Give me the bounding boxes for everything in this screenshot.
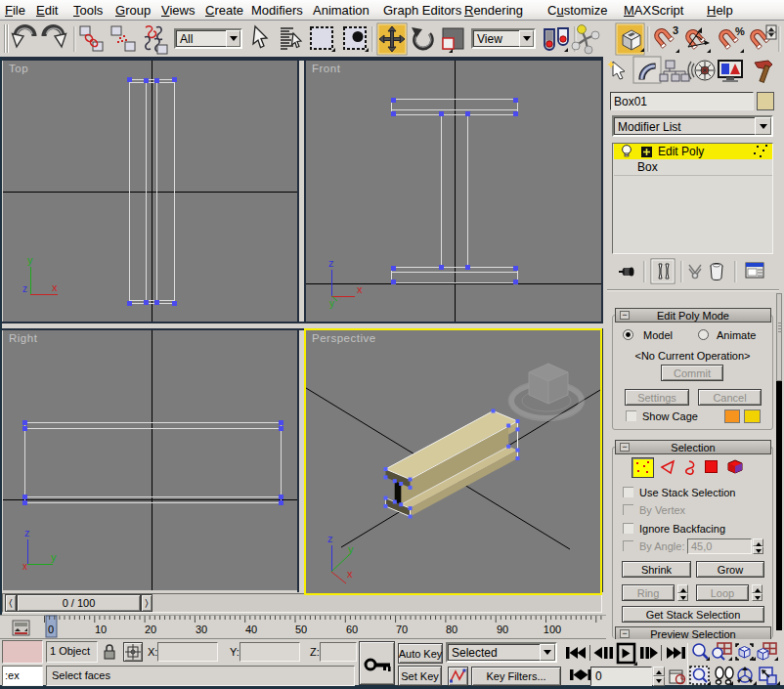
svg-text:z: z [327, 533, 333, 544]
svg-text:x: x [357, 283, 363, 295]
svg-text:y: y [348, 543, 354, 555]
svg-text:0: 0 [48, 624, 54, 635]
svg-text:x: x [347, 568, 353, 580]
svg-text:x: x [22, 561, 27, 572]
svg-text:100: 100 [544, 624, 561, 635]
svg-text:z: z [24, 527, 30, 538]
svg-text:80: 80 [446, 624, 457, 635]
svg-text:90: 90 [497, 624, 508, 635]
svg-text:60: 60 [346, 624, 358, 635]
svg-text:y: y [27, 254, 33, 266]
svg-text:20: 20 [145, 624, 156, 635]
svg-text:70: 70 [396, 624, 408, 635]
svg-text:40: 40 [245, 624, 257, 635]
svg-text:10: 10 [95, 624, 107, 635]
svg-text:%: % [735, 25, 745, 37]
svg-text:50: 50 [295, 624, 307, 635]
svg-text:y: y [51, 551, 57, 563]
svg-text:x: x [52, 281, 58, 293]
svg-text:z: z [328, 257, 334, 269]
svg-text:z: z [22, 283, 27, 294]
svg-text:3: 3 [673, 24, 678, 36]
svg-text:y: y [329, 298, 334, 309]
svg-text:30: 30 [196, 624, 207, 635]
